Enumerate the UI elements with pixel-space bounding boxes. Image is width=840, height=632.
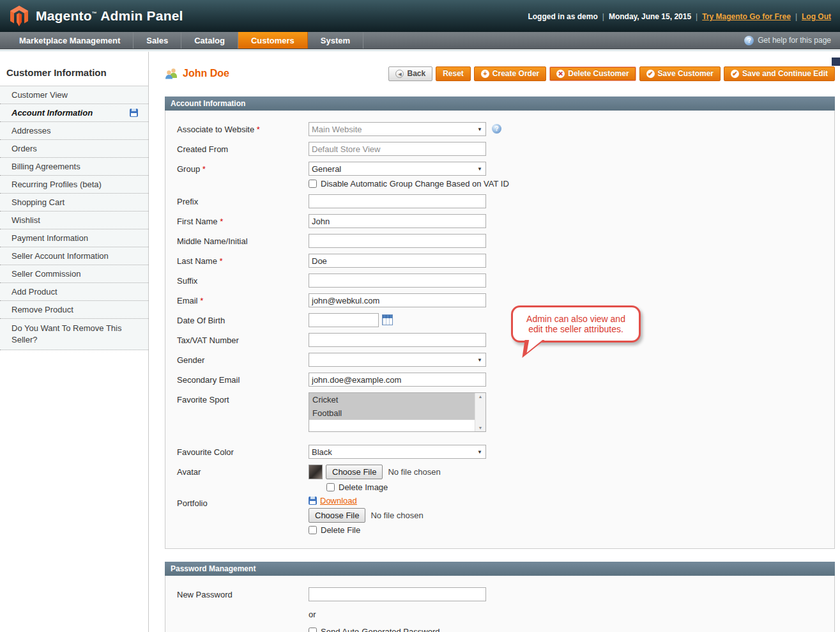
sport-option-cricket[interactable]: Cricket xyxy=(309,393,475,406)
last-name-label: Last Name * xyxy=(177,254,309,266)
field-help-icon[interactable]: ? xyxy=(492,124,501,134)
avatar-no-file-text: No file chosen xyxy=(388,467,440,477)
group-select[interactable]: General▼ xyxy=(309,162,486,176)
avatar-upload-line: Choose File No file chosen xyxy=(309,465,441,479)
logout-link[interactable]: Log Out xyxy=(802,12,831,21)
created-from-input[interactable] xyxy=(309,142,486,156)
suffix-input[interactable] xyxy=(309,274,486,288)
disable-group-change-checkbox[interactable] xyxy=(309,180,317,188)
associate-to-website-select[interactable]: Main Website▼ xyxy=(309,122,486,136)
nav-item-customers[interactable]: Customers xyxy=(238,32,308,49)
annotation-text: Admin can also view and edit the seller … xyxy=(518,314,634,334)
avatar-choose-file-button[interactable]: Choose File xyxy=(326,465,383,479)
reset-label: Reset xyxy=(443,69,464,78)
auto-password-row: Send Auto-Generated Password xyxy=(309,627,834,632)
suffix-label: Suffix xyxy=(177,274,309,286)
back-button[interactable]: ◄ Back xyxy=(388,66,432,81)
group-field: General▼ Disable Automatic Group Change … xyxy=(309,162,509,189)
save-customer-button[interactable]: ✔ Save Customer xyxy=(639,66,721,81)
prefix-label: Prefix xyxy=(177,194,309,206)
nav-item-marketplace-management[interactable]: Marketplace Management xyxy=(6,32,134,49)
middle-name-input[interactable] xyxy=(309,234,486,248)
email-input[interactable] xyxy=(309,293,486,307)
last-name-input[interactable] xyxy=(309,254,486,268)
sidebar-item-account-information[interactable]: Account Information xyxy=(0,104,148,122)
gender-select[interactable]: ▼ xyxy=(309,353,486,367)
sport-option-empty xyxy=(309,420,475,432)
favorite-sport-multiselect[interactable]: Cricket Football ▲ ▼ xyxy=(309,392,486,432)
sidebar-item-shopping-cart[interactable]: Shopping Cart xyxy=(0,194,148,212)
account-information-body: Associate to Website * Main Website▼ ? C… xyxy=(165,111,835,549)
portfolio-no-file-text: No file chosen xyxy=(370,511,423,520)
created-from-label: Created From xyxy=(177,142,309,154)
sidebar-item-payment-information[interactable]: Payment Information xyxy=(0,229,148,247)
favourite-color-select[interactable]: Black▼ xyxy=(309,445,486,459)
avatar-thumbnail xyxy=(309,465,323,479)
reset-button[interactable]: Reset xyxy=(436,66,471,81)
sidebar-item-remove-product[interactable]: Remove Product xyxy=(0,301,148,319)
sidebar-item-billing-agreements[interactable]: Billing Agreements xyxy=(0,158,148,176)
portfolio-row: Portfolio Download Choose File No file c… xyxy=(177,496,834,535)
scroll-down-icon[interactable]: ▼ xyxy=(475,426,485,430)
group-row: Group * General▼ Disable Automatic Group… xyxy=(177,162,834,189)
scroll-up-icon[interactable]: ▲ xyxy=(475,394,485,399)
sidebar-item-remove-seller[interactable]: Do You Want To Remove This Seller? xyxy=(0,319,148,350)
nav-underline xyxy=(0,49,840,51)
avatar-label: Avatar xyxy=(177,465,309,477)
password-management-panel: Password Management New Password or Send… xyxy=(165,562,835,632)
separator: | xyxy=(602,12,604,21)
check-circle-icon: ✔ xyxy=(731,70,739,78)
header-user-bar: Logged in as demo | Monday, June 15, 201… xyxy=(528,11,831,21)
sidebar-item-addresses[interactable]: Addresses xyxy=(0,122,148,140)
created-from-row: Created From xyxy=(177,142,834,156)
auto-password-checkbox[interactable] xyxy=(309,628,317,632)
portfolio-upload-line: Choose File No file chosen xyxy=(309,508,424,523)
get-help-link[interactable]: ? Get help for this page xyxy=(744,32,840,49)
portfolio-label: Portfolio xyxy=(177,496,309,508)
try-magento-link[interactable]: Try Magento Go for Free xyxy=(702,12,791,21)
separator: | xyxy=(696,12,698,21)
auto-password-label: Send Auto-Generated Password xyxy=(321,627,439,632)
new-password-input[interactable] xyxy=(309,587,486,601)
sidebar-item-wishlist[interactable]: Wishlist xyxy=(0,212,148,229)
dob-input[interactable] xyxy=(309,313,379,327)
delete-customer-button[interactable]: ✕ Delete Customer xyxy=(549,66,636,81)
sidebar-item-customer-view[interactable]: Customer View xyxy=(0,86,148,104)
tax-vat-input[interactable] xyxy=(309,333,486,347)
favourite-color-label: Favourite Color xyxy=(177,445,309,457)
required-mark: * xyxy=(257,125,260,134)
delete-image-checkbox[interactable] xyxy=(326,483,335,491)
first-name-row: First Name * xyxy=(177,214,834,228)
main-nav: Marketplace Management Sales Catalog Cus… xyxy=(0,32,840,49)
required-mark: * xyxy=(220,217,223,226)
corner-marker xyxy=(832,58,840,66)
prefix-input[interactable] xyxy=(309,194,486,208)
nav-item-sales[interactable]: Sales xyxy=(134,32,181,49)
nav-item-system[interactable]: System xyxy=(308,32,363,49)
favourite-color-row: Favourite Color Black▼ xyxy=(177,445,834,459)
portfolio-download-link[interactable]: Download xyxy=(320,496,357,505)
save-and-continue-button[interactable]: ✔ Save and Continue Edit xyxy=(724,66,835,81)
portfolio-choose-file-button[interactable]: Choose File xyxy=(309,508,365,523)
secondary-email-input[interactable] xyxy=(309,373,486,387)
nav-item-catalog[interactable]: Catalog xyxy=(181,32,238,49)
secondary-email-label: Secondary Email xyxy=(177,373,309,385)
suffix-row: Suffix xyxy=(177,274,834,288)
sidebar-item-seller-commission[interactable]: Seller Commission xyxy=(0,265,148,283)
sidebar-item-add-product[interactable]: Add Product xyxy=(0,283,148,301)
sidebar-item-recurring-profiles[interactable]: Recurring Profiles (beta) xyxy=(0,176,148,194)
chevron-down-icon: ▼ xyxy=(477,166,482,172)
sport-option-football[interactable]: Football xyxy=(309,406,475,420)
sidebar-item-orders[interactable]: Orders xyxy=(0,140,148,158)
first-name-input[interactable] xyxy=(309,214,486,228)
page: Magento™ Admin Panel Logged in as demo |… xyxy=(0,0,840,632)
action-buttons: ◄ Back Reset + Create Order ✕ Delete Cus… xyxy=(388,66,835,81)
multiselect-scrollbar[interactable]: ▲ ▼ xyxy=(475,393,485,431)
delete-file-checkbox[interactable] xyxy=(309,526,317,534)
calendar-icon[interactable] xyxy=(382,314,393,325)
gender-label: Gender xyxy=(177,353,309,365)
tax-vat-label: Tax/VAT Number xyxy=(177,333,309,345)
sidebar-item-seller-account-information[interactable]: Seller Account Information xyxy=(0,247,148,265)
dob-row: Date Of Birth xyxy=(177,313,834,327)
create-order-button[interactable]: + Create Order xyxy=(474,66,546,81)
